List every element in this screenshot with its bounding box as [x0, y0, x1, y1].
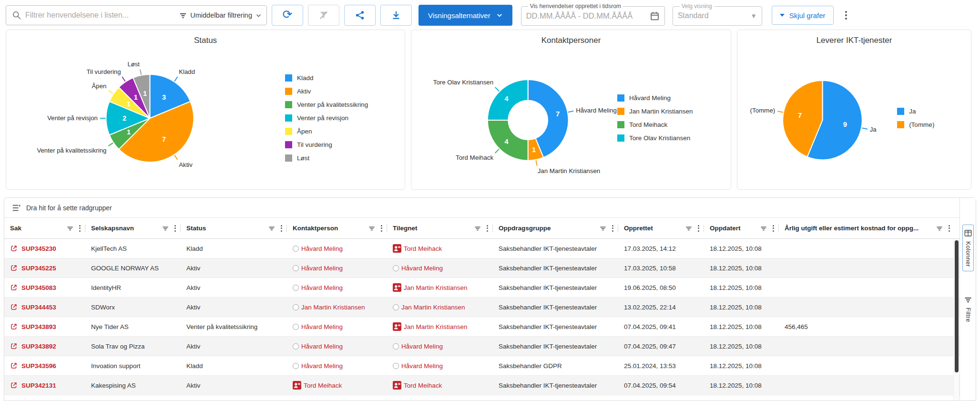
scrollbar-thumb[interactable] [955, 240, 959, 372]
table-row[interactable]: SUP343893Nye Tider ASVenter på kvalitets… [4, 317, 976, 337]
column-filter-icon[interactable] [472, 223, 483, 234]
column-menu-icon[interactable] [695, 223, 702, 234]
more-options-menu[interactable] [840, 8, 852, 22]
kontaktperson-link[interactable]: Håvard Meling [293, 265, 343, 272]
sak-link[interactable]: SUP342131 [10, 381, 56, 389]
kontaktperson-link[interactable]: Håvard Meling [293, 323, 343, 330]
legend-item[interactable]: Ja [897, 108, 959, 115]
legend-item[interactable]: Aktiv [285, 88, 392, 95]
column-filter-icon[interactable] [934, 223, 945, 234]
column-filter-icon[interactable] [266, 223, 277, 234]
sak-link[interactable]: SUP343893 [10, 323, 56, 330]
calendar-icon[interactable] [650, 11, 660, 21]
oppdragsgruppe-value: Saksbehandler IKT-tjenesteavtaler [499, 284, 597, 291]
column-filter-icon[interactable] [65, 223, 75, 234]
download-button[interactable] [380, 5, 412, 26]
refresh-button[interactable]: ⟳ [272, 5, 303, 26]
column-menu-icon[interactable] [76, 223, 83, 234]
oppdatert-value: 18.12.2025, 10:08 [710, 323, 762, 330]
column-filter-icon[interactable] [367, 223, 377, 234]
table-row[interactable]: SUP343892Sola Trav og PizzaAktivHåvard M… [4, 337, 976, 356]
kontaktperson-link[interactable]: Tord Meihack [293, 381, 342, 390]
legend-item[interactable]: Tord Meihack [617, 121, 718, 128]
sak-link[interactable]: SUP343892 [10, 342, 56, 350]
legend-item[interactable]: Til vurdering [285, 141, 392, 148]
column-header-tilegnet[interactable]: Tilegnet [387, 218, 493, 238]
search-box[interactable]: Umiddelbar filtrering [6, 5, 267, 25]
table-row[interactable]: SUP345083IdentityHRAktivHåvard MelingJan… [4, 278, 976, 298]
legend-item[interactable]: Løst [285, 154, 392, 162]
sak-link[interactable]: SUP345225 [10, 264, 56, 272]
hide-charts-button[interactable]: Skjul grafer [772, 6, 834, 25]
column-menu-icon[interactable] [484, 223, 491, 234]
column-filter-icon[interactable] [758, 223, 769, 234]
search-input[interactable] [25, 11, 179, 20]
kontaktperson-link[interactable]: Håvard Meling [293, 362, 343, 370]
tab-kolonner[interactable]: Kolonner [962, 225, 974, 271]
column-header-opprettet[interactable]: Opprettet [618, 218, 704, 238]
column-header-status[interactable]: Status [181, 218, 287, 238]
status-pie-chart[interactable]: Kladd3Aktiv7Venter på kvalitetssikring1V… [10, 51, 285, 185]
legend-item[interactable]: (Tomme) [897, 121, 959, 128]
legend-item[interactable]: Jan Martin Kristiansen [617, 108, 718, 115]
column-menu-icon[interactable] [278, 223, 285, 234]
column-filter-icon[interactable] [684, 223, 694, 234]
legend-label: (Tomme) [909, 121, 934, 128]
legend-item[interactable]: Åpen [285, 128, 392, 135]
kontaktperson-link[interactable]: Jan Martin Kristiansen [293, 304, 365, 311]
sak-link[interactable]: SUP345230 [10, 245, 56, 252]
tilegnet-link[interactable]: Tord Meihack [393, 381, 442, 390]
kontaktperson-link[interactable]: Håvard Meling [293, 245, 343, 252]
column-header-sak[interactable]: Sak [4, 218, 85, 238]
sak-link[interactable]: SUP345083 [10, 284, 56, 291]
legend-item[interactable]: Kladd [285, 74, 392, 82]
sak-link[interactable]: SUP343596 [10, 362, 56, 370]
column-header-kostnad[interactable]: Årlig utgift eller estimert kostnad for … [779, 218, 955, 238]
tilegnet-link[interactable]: Håvard Meling [393, 265, 443, 272]
column-header-oppdragsgruppe[interactable]: Oppdragsgruppe [493, 218, 618, 238]
column-menu-icon[interactable] [609, 223, 616, 234]
kontaktperson-link[interactable]: Håvard Meling [293, 343, 343, 350]
tilegnet-link[interactable]: Jan Martin Kristiansen [393, 283, 468, 292]
table-row[interactable]: SUP343596Invoation supportKladdHåvard Me… [4, 356, 976, 376]
column-menu-icon[interactable] [378, 223, 385, 234]
tilegnet-link[interactable]: Jan Martin Kristiansen [393, 304, 465, 311]
column-menu-icon[interactable] [770, 223, 777, 234]
table-row[interactable]: SUP345225GOOGLE NORWAY ASAktivHåvard Mel… [4, 258, 976, 278]
tilegnet-link[interactable]: Tord Meihack [393, 244, 442, 253]
tilegnet-link[interactable]: Jan Martin Kristiansen [393, 322, 468, 331]
legend-item[interactable]: Håvard Meling [617, 94, 718, 102]
filter-mode-dropdown[interactable]: Umiddelbar filtrering [179, 11, 262, 19]
legend-label: Ja [909, 108, 916, 115]
share-button[interactable] [344, 5, 376, 26]
clear-filter-icon [318, 10, 329, 21]
kontaktperson-link[interactable]: Håvard Meling [293, 284, 343, 291]
column-filter-icon[interactable] [160, 223, 171, 234]
view-select[interactable]: Velg visning Standard ▼ [673, 3, 762, 26]
column-header-oppdatert[interactable]: Oppdatert [704, 218, 779, 238]
legend-item[interactable]: Venter på revisjon [285, 114, 392, 122]
column-menu-icon[interactable] [172, 223, 179, 234]
sak-link[interactable]: SUP344453 [10, 303, 56, 311]
tab-filtre[interactable]: Filtre [963, 292, 973, 326]
tilegnet-link[interactable]: Håvard Meling [393, 362, 443, 370]
row-group-dropzone[interactable]: Dra hit for å sette radgrupper [4, 198, 976, 218]
legend-item[interactable]: Tore Olav Kristiansen [617, 134, 718, 142]
table-row[interactable]: SUP344453SDWorxAktivJan Martin Kristians… [4, 298, 976, 317]
view-options-button[interactable]: Visningsalternativer [419, 5, 512, 26]
column-filter-icon[interactable] [598, 223, 608, 234]
ikt-pie-chart[interactable]: Ja9(Tomme)7 [741, 51, 897, 185]
legend-item[interactable]: Venter på kvalitetssikring [285, 101, 392, 108]
column-header-label: Selskapsnavn [91, 225, 134, 232]
date-range-field[interactable]: Vis henvendelser opprettet i tidsrom DD.… [521, 3, 665, 26]
date-range-input[interactable]: DD.MM.ÅÅÅÅ - DD.MM.ÅÅÅÅ [526, 11, 650, 21]
tilegnet-link[interactable]: Håvard Meling [393, 343, 443, 350]
table-row[interactable]: SUP345230KjellTech ASKladdHåvard MelingT… [4, 239, 976, 258]
column-header-kontaktperson[interactable]: Kontaktperson [287, 218, 387, 238]
kontaktpersoner-donut-chart[interactable]: Håvard Meling7Jan Martin Kristiansen1Tor… [415, 51, 617, 185]
table-row[interactable]: SUP342131Kakespising ASAktivTord Meihack… [4, 376, 976, 395]
vertical-scrollbar[interactable] [953, 239, 959, 401]
clear-filter-button[interactable] [308, 5, 339, 26]
column-header-selskapsnavn[interactable]: Selskapsnavn [85, 218, 181, 238]
column-menu-icon[interactable] [946, 223, 953, 234]
